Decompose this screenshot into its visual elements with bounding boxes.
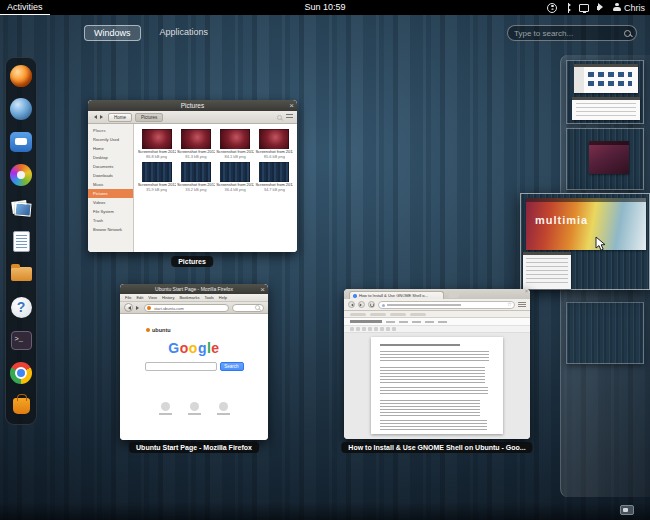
bookmark-item[interactable] <box>390 313 406 316</box>
google-search-input[interactable] <box>145 362 217 371</box>
dash-item-home-folder[interactable] <box>8 262 34 286</box>
menu-bookmarks[interactable]: Bookmarks <box>179 295 199 300</box>
menu-edit[interactable]: Edit <box>136 295 143 300</box>
file-item[interactable]: Screenshot from 2012-04-2436.4 kB png <box>216 162 255 192</box>
file-item[interactable]: Screenshot from 2012-04-1884.1 kB png <box>216 129 255 159</box>
display-icon[interactable] <box>579 4 589 12</box>
sidebar-item-videos[interactable]: Videos <box>88 198 133 207</box>
start-page-link[interactable] <box>188 402 201 415</box>
forward-button[interactable] <box>358 301 365 308</box>
docs-tool-button[interactable] <box>392 327 396 331</box>
dash-item-help[interactable] <box>8 295 34 319</box>
back-button[interactable] <box>124 303 133 312</box>
dash-item-ubuntu-one[interactable] <box>8 97 34 121</box>
docs-tool-button[interactable] <box>350 327 354 331</box>
search-bar[interactable] <box>507 25 637 41</box>
sidebar-item-pictures[interactable]: Pictures <box>88 189 133 198</box>
file-item[interactable]: Screenshot from 2012-04-1886.8 kB png <box>137 129 176 159</box>
file-item[interactable]: Screenshot from 2012-04-1881.3 kB png <box>176 129 215 159</box>
url-bar[interactable]: start.ubuntu.com <box>144 304 229 312</box>
menu-file[interactable]: File <box>125 295 131 300</box>
folder-icon <box>11 267 32 281</box>
file-item[interactable]: Screenshot from 2012-04-1885.6 kB png <box>255 129 294 159</box>
file-item[interactable]: Screenshot from 2012-04-2435.9 kB png <box>137 162 176 192</box>
docs-tool-button[interactable] <box>374 327 378 331</box>
docs-menu-item[interactable] <box>399 321 408 323</box>
close-icon[interactable] <box>260 284 265 294</box>
window-pictures[interactable]: Pictures Home Pictures Places Recently U… <box>88 100 297 252</box>
start-page-link[interactable] <box>159 402 172 415</box>
back-icon[interactable] <box>92 115 97 119</box>
file-search-icon[interactable] <box>277 115 282 120</box>
omnibox[interactable] <box>378 301 515 309</box>
universal-access-icon[interactable] <box>547 3 557 13</box>
chrome-tab[interactable]: How to Install & Use GNOME Shell o... <box>349 291 444 299</box>
sidebar-item-filesystem[interactable]: File System <box>88 207 133 216</box>
path-home-button[interactable]: Home <box>108 113 132 122</box>
back-button[interactable] <box>348 301 355 308</box>
path-pictures-button[interactable]: Pictures <box>135 113 163 122</box>
activities-button[interactable]: Activities <box>0 0 50 15</box>
dash-item-writer[interactable] <box>8 229 34 253</box>
new-tab-button[interactable] <box>448 292 460 298</box>
mouse-cursor <box>594 236 608 252</box>
sidebar-item-home[interactable]: Home <box>88 144 133 153</box>
bluetooth-icon[interactable] <box>565 3 571 13</box>
window-chrome[interactable]: How to Install & Use GNOME Shell o... × <box>344 289 530 439</box>
start-page-link[interactable] <box>217 402 230 415</box>
chrome-menu-icon[interactable] <box>518 301 526 308</box>
bookmark-item[interactable] <box>350 313 366 316</box>
sidebar-item-network[interactable]: Browse Network <box>88 225 133 234</box>
sidebar-item-music[interactable]: Music <box>88 180 133 189</box>
docs-menu-item[interactable] <box>438 321 447 323</box>
workspace-thumb-3[interactable]: multimia <box>520 193 650 290</box>
menu-history[interactable]: History <box>162 295 174 300</box>
sidebar-item-recent[interactable]: Recently Used <box>88 135 133 144</box>
dash-item-software-center[interactable] <box>8 394 34 418</box>
window-firefox[interactable]: Ubuntu Start Page - Mozilla Firefox File… <box>120 284 268 440</box>
docs-tool-button[interactable] <box>368 327 372 331</box>
browser-search-field[interactable] <box>232 304 264 312</box>
dash-item-media-player[interactable] <box>8 163 34 187</box>
dash-item-firefox[interactable] <box>8 64 34 88</box>
close-icon[interactable] <box>289 100 294 111</box>
dash-item-terminal[interactable] <box>8 328 34 352</box>
user-menu[interactable]: Chris <box>613 3 645 13</box>
google-search-button[interactable]: Search <box>220 362 244 371</box>
docs-tool-button[interactable] <box>386 327 390 331</box>
forward-icon[interactable] <box>100 115 105 119</box>
menu-view[interactable]: View <box>148 295 157 300</box>
tab-applications[interactable]: Applications <box>151 25 218 41</box>
dash-item-photos[interactable] <box>8 196 34 220</box>
docs-tool-button[interactable] <box>356 327 360 331</box>
menu-tools[interactable]: Tools <box>204 295 213 300</box>
forward-icon[interactable] <box>136 306 141 310</box>
docs-tool-button[interactable] <box>380 327 384 331</box>
tab-windows[interactable]: Windows <box>84 25 141 41</box>
dash-item-chrome[interactable] <box>8 361 34 385</box>
reload-button[interactable] <box>368 301 375 308</box>
message-tray-icon[interactable] <box>620 505 634 515</box>
menu-help[interactable]: Help <box>219 295 227 300</box>
docs-menu-item[interactable] <box>386 321 395 323</box>
sidebar-item-trash[interactable]: Trash <box>88 216 133 225</box>
sidebar-item-downloads[interactable]: Downloads <box>88 171 133 180</box>
file-item[interactable]: Screenshot from 2012-04-2433.2 kB png <box>176 162 215 192</box>
bookmark-item[interactable] <box>370 313 386 316</box>
workspace-thumb-4[interactable] <box>566 302 644 364</box>
tab-close-icon[interactable]: × <box>525 289 528 294</box>
clock[interactable]: Sun 10:59 <box>304 0 345 15</box>
bookmark-item[interactable] <box>410 313 426 316</box>
sidebar-item-documents[interactable]: Documents <box>88 162 133 171</box>
dash-item-empathy[interactable] <box>8 130 34 154</box>
workspace-thumb-1[interactable] <box>566 60 644 124</box>
view-options-icon[interactable] <box>286 114 293 120</box>
sidebar-item-desktop[interactable]: Desktop <box>88 153 133 162</box>
volume-icon[interactable] <box>597 6 600 10</box>
workspace-thumb-2[interactable] <box>566 128 644 190</box>
docs-menu-item[interactable] <box>412 321 421 323</box>
docs-tool-button[interactable] <box>362 327 366 331</box>
search-input[interactable] <box>514 29 624 38</box>
docs-menu-item[interactable] <box>425 321 434 323</box>
file-item[interactable]: Screenshot from 2012-04-2434.7 kB png <box>255 162 294 192</box>
